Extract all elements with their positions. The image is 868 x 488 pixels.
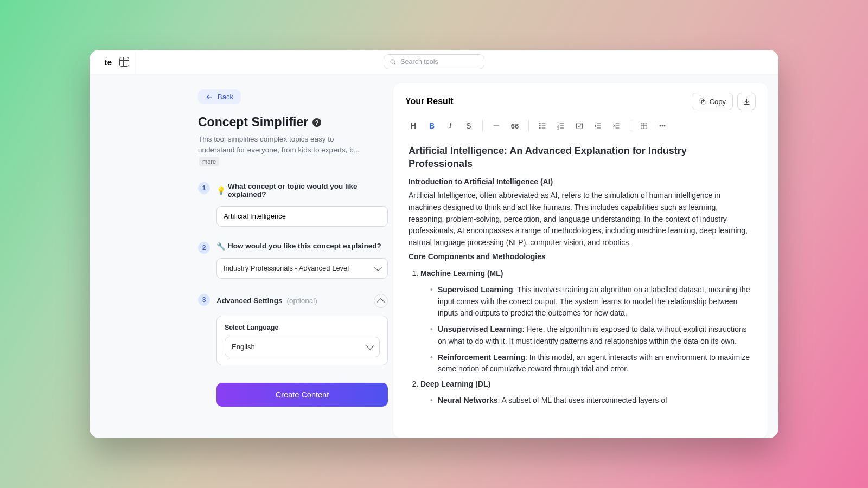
chevron-down-icon [374,264,382,271]
search-input[interactable] [400,58,478,66]
audience-select[interactable]: Industry Professionals - Advanced Level [216,258,388,279]
svg-point-29 [662,125,663,126]
download-icon [743,98,751,106]
component-list: Machine Learning (ML) Supervised Learnin… [420,268,752,406]
intro-paragraph: Artificial Intelligence, often abbreviat… [409,190,752,248]
result-actions: Copy [692,93,756,110]
body: Back Concept Simplifier ? This tool simp… [90,74,778,438]
svg-point-7 [540,125,541,126]
chevron-up-icon [377,298,385,306]
optional-text: (optional) [287,297,317,305]
wrench-icon: 🔧 [216,242,226,251]
svg-line-1 [394,63,395,64]
create-content-button[interactable]: Create Content [216,383,388,407]
editor-toolbar: H B I S 66 123 [393,115,768,141]
list-item: Unsupervised Learning: Here, the algorit… [430,324,752,347]
page-title-row: Concept Simplifier ? [198,115,375,130]
dl-sublist: Neural Networks: A subset of ML that use… [430,395,752,407]
audience-value: Industry Professionals - Advanced Level [224,264,349,272]
concept-input[interactable] [224,212,381,220]
ml-title: Machine Learning (ML) [420,269,503,278]
term: Neural Networks [438,396,497,404]
collapse-button[interactable] [374,294,388,308]
form-pane: Back Concept Simplifier ? This tool simp… [90,74,393,438]
list-item: Machine Learning (ML) Supervised Learnin… [420,268,752,375]
toolbar-separator [630,120,630,131]
core-heading: Core Components and Methodologies [409,251,752,263]
arrow-left-icon [206,93,213,101]
table-button[interactable] [636,118,652,134]
svg-rect-18 [577,123,583,129]
back-button[interactable]: Back [198,89,241,104]
language-value: English [232,343,255,351]
quote-button[interactable]: 66 [507,118,523,134]
toolbar-separator [528,120,529,131]
svg-point-8 [540,127,541,129]
result-body[interactable]: Artificial Intelligence: An Advanced Exp… [393,141,768,406]
search-icon [390,58,396,66]
help-icon[interactable]: ? [312,118,321,127]
step-1-text: What concept or topic would you like exp… [228,182,388,198]
brand-text-fragment: te [105,57,112,67]
topbar-left: te [90,50,137,74]
step-3-label: Advanced Settings (optional) [216,297,317,305]
download-button[interactable] [737,93,756,110]
page-title: Concept Simplifier [198,115,308,130]
result-header: Your Result Copy [393,83,768,115]
strikethrough-button[interactable]: S [461,118,477,134]
search-field[interactable] [384,54,484,69]
copy-label: Copy [710,98,726,106]
topbar: te [90,50,778,74]
list-item: Reinforcement Learning: In this modal, a… [430,352,752,375]
concept-input-wrap[interactable] [216,206,388,227]
svg-point-6 [540,123,541,124]
checklist-button[interactable] [571,118,588,134]
list-item: Supervised Learning: This involves train… [430,284,752,319]
svg-point-0 [391,60,394,63]
term: Unsupervised Learning [438,325,522,333]
svg-point-30 [664,125,665,126]
desc-text: This tool simplifies complex topics easy… [198,135,360,154]
language-select[interactable]: English [225,337,380,357]
step-2-label: 🔧 How would you like this concept explai… [216,242,388,251]
term-body: : A subset of ML that uses interconnecte… [497,396,667,404]
bold-button[interactable]: B [424,118,440,134]
intro-heading: Introduction to Artificial Intelligence … [409,176,752,188]
lightbulb-icon: 💡 [216,186,226,195]
step-1: 1 💡 What concept or topic would you like… [198,182,375,227]
step-number: 3 [198,294,210,306]
term: Supervised Learning [438,285,513,294]
step-1-label: 💡 What concept or topic would you like e… [216,182,388,198]
toolbar-separator [482,120,483,131]
more-button[interactable] [654,118,671,134]
heading-button[interactable]: H [405,118,422,134]
copy-button[interactable]: Copy [692,93,733,110]
layout-toggle-icon[interactable] [119,57,129,67]
advanced-panel: Select Language English [216,316,388,365]
term: Reinforcement Learning [438,353,525,362]
step-2: 2 🔧 How would you like this concept expl… [198,242,375,279]
step-number: 1 [198,182,210,194]
dl-title: Deep Learning (DL) [420,380,490,388]
list-item: Neural Networks: A subset of ML that use… [430,395,752,407]
step-number: 2 [198,242,210,254]
ordered-list-button[interactable]: 123 [553,118,569,134]
italic-button[interactable]: I [442,118,458,134]
step-2-text: How would you like this concept explaine… [228,242,381,250]
list-item: Deep Learning (DL) Neural Networks: A su… [420,378,752,406]
language-label: Select Language [225,324,380,331]
outdent-button[interactable] [590,118,606,134]
indent-button[interactable] [608,118,624,134]
svg-text:3: 3 [557,127,559,130]
more-button[interactable]: more [199,157,219,167]
article-title: Artificial Intelligence: An Advanced Exp… [409,144,752,171]
app-window: te Back Concept Simplifier ? This tool s… [90,50,778,438]
result-title: Your Result [405,97,454,106]
bullet-list-button[interactable] [534,118,551,134]
step-3-text: Advanced Settings [216,297,283,305]
chevron-down-icon [366,342,374,350]
result-card: Your Result Copy H B I S 66 [393,83,768,438]
divider-button[interactable] [488,118,505,134]
copy-icon [699,98,706,105]
ml-sublist: Supervised Learning: This involves train… [430,284,752,375]
